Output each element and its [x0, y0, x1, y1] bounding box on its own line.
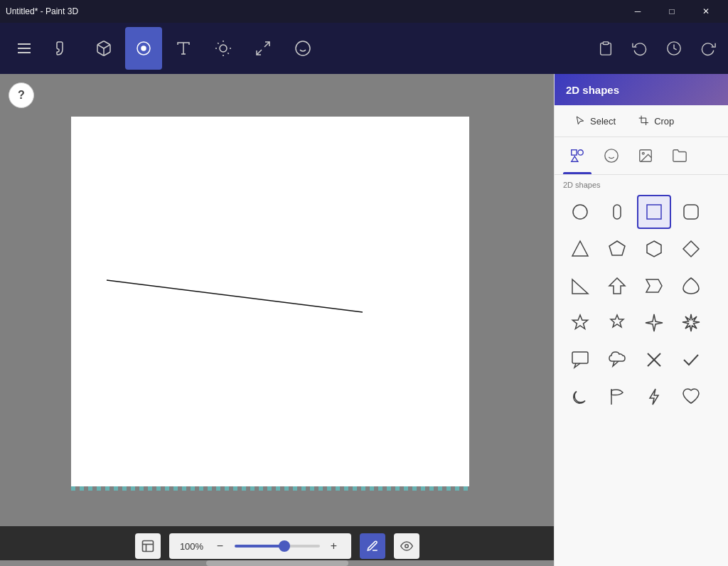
pencil-mode-button[interactable] [360, 533, 385, 559]
select-icon [574, 115, 586, 127]
toolbar-right [592, 34, 722, 63]
shape-cross[interactable] [637, 343, 671, 377]
frame-button[interactable] [135, 533, 161, 559]
tab-folder[interactable] [663, 137, 697, 174]
triangle-icon [570, 239, 590, 259]
star4-icon [644, 313, 664, 333]
shape-chevron[interactable] [637, 269, 671, 303]
shape-pentagon[interactable] [600, 232, 634, 266]
visibility-button[interactable] [394, 533, 419, 559]
svg-point-32 [605, 149, 618, 162]
brushes-button[interactable] [46, 27, 82, 70]
shapes-section: 2D shapes [555, 175, 728, 566]
drawing-canvas[interactable] [71, 117, 469, 486]
canvas-svg [71, 117, 469, 486]
paste-button[interactable] [592, 34, 620, 63]
shape-heart[interactable] [674, 380, 708, 414]
shape-diamond[interactable] [674, 232, 708, 266]
square-icon [644, 202, 664, 222]
shape-flag[interactable] [600, 380, 634, 414]
select-label: Select [590, 116, 616, 127]
crop-button[interactable]: Crop [630, 111, 682, 131]
shape-right-triangle[interactable] [563, 269, 597, 303]
shape-square[interactable] [637, 195, 671, 229]
menu-button[interactable] [6, 27, 43, 70]
canvas-button[interactable] [245, 27, 282, 70]
svg-rect-24 [71, 484, 469, 493]
svg-point-37 [573, 205, 587, 219]
shape-starburst[interactable] [674, 306, 708, 340]
3d-button[interactable] [85, 27, 122, 70]
zoom-percent: 100% [178, 541, 206, 552]
brush-icon [55, 40, 73, 57]
maximize-button[interactable]: □ [655, 0, 688, 23]
frame-icon [141, 539, 155, 553]
shape-rounded-square[interactable] [674, 195, 708, 229]
shape-moon[interactable] [563, 380, 597, 414]
svg-line-15 [264, 42, 269, 47]
text-icon [175, 40, 192, 57]
shape-star4[interactable] [637, 306, 671, 340]
shape-lightning[interactable] [637, 380, 671, 414]
right-triangle-icon [570, 276, 590, 296]
zoom-in-button[interactable]: + [326, 538, 343, 555]
shape-hexagon[interactable] [637, 232, 671, 266]
shape-speech-square[interactable] [563, 343, 597, 377]
title-bar: Untitled* - Paint 3D ─ □ ✕ [0, 0, 728, 23]
pentagon-icon [607, 239, 627, 259]
heart-icon [681, 387, 701, 407]
help-button[interactable]: ? [9, 82, 34, 108]
effects-button[interactable] [205, 27, 242, 70]
shape-arrow-up[interactable] [600, 269, 634, 303]
select-button[interactable]: Select [566, 111, 624, 131]
tab-2d-shapes[interactable] [560, 137, 594, 174]
zoom-out-button[interactable]: − [212, 538, 229, 555]
tab-image-icon [638, 148, 653, 164]
chevron-icon [644, 276, 664, 296]
bottom-bar: 100% − + [0, 526, 554, 566]
sticker-icon [294, 40, 311, 57]
tab-face-icon [604, 148, 619, 164]
shape-star6[interactable] [600, 306, 634, 340]
sticker-button[interactable] [284, 27, 321, 70]
panel-title: 2D shapes [566, 84, 619, 96]
2d-shapes-button[interactable] [125, 27, 162, 70]
canvas-teal-border [71, 484, 469, 493]
cube-icon [95, 40, 112, 57]
svg-rect-25 [142, 541, 153, 552]
tab-stickers[interactable] [594, 137, 628, 174]
shape-triangle[interactable] [563, 232, 597, 266]
hamburger-icon [16, 40, 33, 57]
moon-icon [570, 387, 590, 407]
redo-button[interactable] [694, 34, 722, 63]
shape-star5[interactable] [563, 306, 597, 340]
close-button[interactable]: ✕ [690, 0, 722, 23]
svg-rect-52 [572, 352, 588, 363]
2d-icon [135, 40, 152, 57]
zoom-slider[interactable] [235, 545, 320, 548]
title-bar-controls: ─ □ ✕ [621, 0, 722, 23]
undo-button[interactable] [626, 34, 654, 63]
main-content: ? [0, 74, 728, 566]
pill-icon [607, 202, 627, 222]
redo-icon [700, 41, 716, 56]
shape-check[interactable] [674, 343, 708, 377]
svg-marker-51 [682, 314, 700, 331]
svg-rect-20 [603, 42, 608, 45]
svg-line-22 [107, 280, 363, 312]
panel-tools: Select Crop [555, 105, 728, 137]
toolbar [0, 23, 728, 74]
shape-leaf[interactable] [674, 269, 708, 303]
shape-cloud-speech[interactable] [600, 343, 634, 377]
tab-textures[interactable] [628, 137, 663, 174]
text-button[interactable] [165, 27, 202, 70]
title-bar-left: Untitled* - Paint 3D [6, 6, 78, 16]
svg-point-17 [296, 41, 310, 55]
history-button[interactable] [660, 34, 688, 63]
check-icon [681, 350, 701, 370]
svg-point-30 [578, 150, 583, 155]
shape-pill[interactable] [600, 195, 634, 229]
minimize-button[interactable]: ─ [621, 0, 654, 23]
shape-circle[interactable] [563, 195, 597, 229]
svg-marker-31 [572, 156, 578, 161]
